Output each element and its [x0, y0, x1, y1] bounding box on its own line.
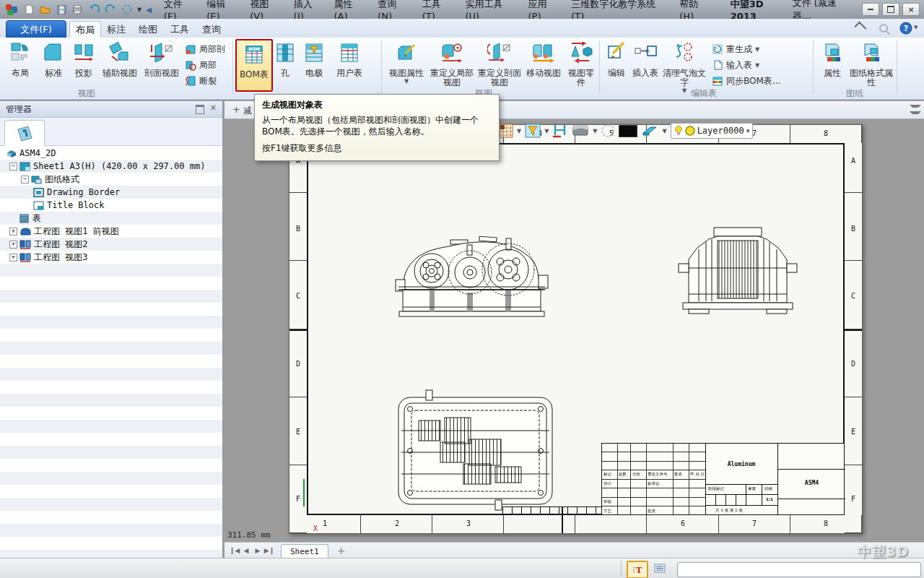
ribbon-button-section-view[interactable]: 剖面视图 [141, 39, 182, 90]
ribbon-button-electrode-table[interactable]: 电极 [299, 39, 329, 90]
text-style-toggle[interactable]: T [627, 561, 648, 578]
ribbon-button-input-table[interactable]: 输入表▼ [712, 58, 759, 72]
tab-inquire[interactable]: 查询 [196, 21, 227, 38]
dropdown-arrow-icon[interactable]: ▼ [755, 62, 759, 69]
ribbon-button-view-attributes[interactable]: 视图属性 ▼ [385, 39, 427, 90]
add-sheet-button[interactable]: + [337, 545, 346, 556]
ribbon-button-layout[interactable]: 布局 [4, 39, 36, 90]
ribbon-button-regen[interactable]: 重生成▼ [712, 42, 759, 56]
new-file-icon[interactable] [23, 4, 35, 15]
search-icon[interactable] [878, 22, 891, 35]
tree-item-sheet1[interactable]: − Sheet1 A3(H) (420.00 x 297.00 mm) [0, 160, 222, 173]
ribbon-button-local-section[interactable]: 局部剖 [185, 42, 225, 56]
float-panel-icon[interactable] [196, 105, 204, 114]
tab-file[interactable]: 文件(F) [6, 20, 66, 39]
ribbon-button-auxiliary-view[interactable]: 辅助视图 [100, 39, 140, 90]
side-view-drawing[interactable] [674, 222, 801, 317]
open-file-icon[interactable] [39, 4, 51, 15]
drawing-sheet[interactable]: 1 2 3 4 5 6 7 8 1 2 3 6 7 8 A B C D E F … [289, 124, 863, 534]
expand-icon[interactable]: + [9, 241, 17, 249]
ribbon-button-bom-table[interactable]: BOM BOM表 [235, 39, 273, 92]
qat-collapse-icon[interactable]: ◀ [146, 6, 152, 14]
first-sheet-button[interactable]: ❙◀ [229, 545, 240, 556]
ribbon-button-view-part[interactable]: 视图零件 [565, 39, 598, 90]
ribbon-button-standard[interactable]: 标准 [39, 39, 68, 90]
app-logo-icon[interactable] [4, 2, 19, 17]
filter-display-icon[interactable] [525, 124, 541, 138]
redo-icon[interactable] [105, 4, 117, 15]
help-dropdown-icon[interactable]: ▼ [914, 25, 918, 30]
ribbon-button-break[interactable]: 断裂 [185, 74, 217, 88]
manager-tab-drawing[interactable] [4, 120, 45, 146]
list-toggle[interactable] [650, 561, 669, 576]
ribbon-button-edit[interactable]: 编辑 [603, 39, 629, 90]
dropdown-arrow-icon[interactable]: ▼ [385, 78, 427, 85]
drawing-viewport[interactable]: + 减 1 2 3 4 5 6 7 8 1 2 3 [225, 101, 924, 542]
help-icon[interactable]: ? [899, 22, 912, 35]
front-view-drawing[interactable] [394, 226, 549, 320]
save-icon[interactable] [56, 4, 67, 15]
tab-drawing[interactable]: 绘图 [133, 21, 163, 38]
ribbon-button-sheet-format-properties[interactable]: 图纸格式属性 [849, 39, 894, 90]
qat-dropdown-icon[interactable]: ▼ [137, 7, 141, 13]
ribbon-button-redefine-local-view[interactable]: 重定义局部视图 [429, 39, 475, 90]
close-panel-icon[interactable]: ✕ [210, 105, 217, 114]
restore-button[interactable] [882, 3, 899, 16]
projection-view-icon [19, 253, 31, 262]
tab-layout[interactable]: 布局 [69, 21, 101, 38]
sheet-tab-active[interactable]: Sheet1 [281, 544, 328, 558]
tree-item-drawing-border[interactable]: Drawing Border [0, 186, 222, 199]
layer-combo[interactable]: Layer0000 ▼ [671, 123, 754, 139]
document-tab[interactable]: 减 [243, 105, 252, 117]
dropdown-arrow-icon[interactable]: ▼ [544, 128, 549, 134]
ribbon-button-label: 重定义局部视图 [429, 69, 475, 87]
prev-sheet-button[interactable]: ◀ [240, 545, 252, 556]
command-input[interactable] [677, 562, 921, 577]
last-sheet-button[interactable]: ▶❙ [263, 545, 275, 556]
dropdown-arrow-icon[interactable]: ▼ [755, 46, 759, 53]
ribbon-button-hole-table[interactable]: 孔 [273, 39, 297, 90]
collapse-icon[interactable]: − [21, 176, 29, 184]
collapse-icon[interactable]: − [9, 163, 17, 171]
tab-annotation[interactable]: 标注 [101, 21, 131, 38]
ribbon-button-local[interactable]: 局部 [185, 58, 217, 72]
collapse-ribbon-icon[interactable] [855, 22, 867, 34]
tab-tools[interactable]: 工具 [165, 21, 195, 38]
tree-item-sheet-format[interactable]: − 图纸格式 [0, 173, 222, 186]
color-swatch[interactable] [619, 125, 637, 137]
expand-icon[interactable]: + [9, 254, 17, 262]
ribbon-button-redefine-section-view[interactable]: 重定义剖面视图 [476, 39, 523, 90]
new-document-tab[interactable]: + [232, 104, 240, 115]
eraser-icon[interactable] [641, 124, 658, 137]
regen-circle-icon[interactable] [121, 4, 133, 15]
align-tool-icon[interactable] [552, 124, 568, 138]
tree-item-title-block[interactable]: Title Block [0, 199, 222, 212]
ribbon-button-user-table[interactable]: 用户表 [331, 39, 368, 90]
ribbon-button-move-view[interactable]: 移动视图 [524, 39, 563, 90]
dropdown-arrow-icon[interactable]: ▼ [662, 128, 666, 134]
tree-item-table[interactable]: 表 [0, 212, 222, 225]
top-view-drawing[interactable] [394, 389, 557, 512]
tree-item-view1[interactable]: + 工程图 视图1 前视图 [0, 225, 222, 238]
next-sheet-button[interactable]: ▶ [252, 545, 263, 556]
dropdown-arrow-icon[interactable]: ▼ [746, 128, 750, 134]
minimize-button[interactable] [862, 3, 879, 16]
ribbon-button-clean-bubble[interactable]: 清理气泡文字 ▼ [661, 39, 707, 90]
pattern-display-icon[interactable] [499, 124, 513, 138]
ribbon-button-sync-bom[interactable]: 同步BOM表... [712, 74, 780, 88]
ribbon-button-insert-table[interactable]: 插入表 [631, 39, 660, 90]
dropdown-arrow-icon[interactable]: ▼ [593, 128, 597, 134]
close-button[interactable]: × [902, 3, 920, 16]
display-mode-icon[interactable] [572, 124, 589, 138]
expand-toolbar-chevron-icon[interactable] [910, 105, 918, 117]
print-icon[interactable] [71, 4, 84, 15]
ribbon-button-properties[interactable]: 属性 [817, 39, 847, 90]
selection-set-icon[interactable] [601, 124, 615, 138]
undo-icon[interactable] [88, 4, 100, 15]
tree-item-root[interactable]: ASM4_2D [0, 147, 222, 160]
dropdown-arrow-icon[interactable]: ▼ [517, 128, 521, 134]
tree-item-view3[interactable]: + 工程图 视图3 [0, 251, 222, 264]
ribbon-button-projection[interactable]: 投影 [69, 39, 98, 90]
tree-item-view2[interactable]: + 工程图 视图2 [0, 238, 222, 251]
expand-icon[interactable]: + [9, 228, 17, 236]
